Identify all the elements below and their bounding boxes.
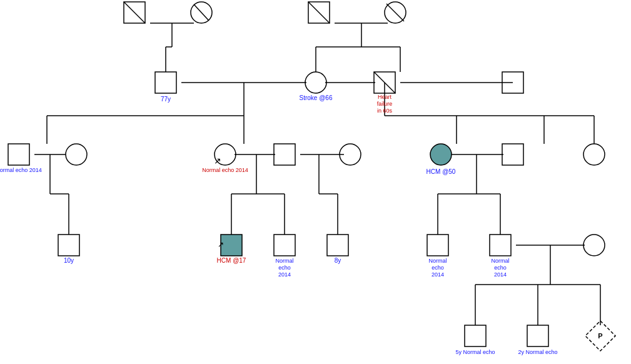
svg-line-48 — [308, 2, 330, 23]
gc3-label2: echo — [278, 265, 291, 271]
gc6-label2: echo — [494, 265, 507, 271]
gc6-male — [490, 235, 511, 256]
c3-female-hcm — [430, 144, 452, 165]
gc4-male — [327, 235, 348, 256]
gc2-male-hcm — [221, 235, 242, 256]
svg-line-46 — [124, 2, 145, 23]
gc5-label1: Normal — [428, 258, 447, 264]
p2m-label2: failure — [377, 101, 393, 107]
ggc1-male — [465, 325, 486, 346]
p2m-label1: Heart — [378, 94, 392, 100]
gc6-female-partner — [583, 235, 605, 256]
ggc2-label: 2y Normal echo — [518, 349, 557, 355]
c2-arrow: ↗ — [214, 156, 221, 166]
p2f-label: Stroke @66 — [300, 94, 333, 101]
gc3-label3: 2014 — [278, 271, 291, 278]
p1-label: 77y — [161, 96, 171, 103]
c2-male — [274, 144, 295, 165]
c1-female — [66, 144, 87, 165]
gc2-arrow: ↗ — [218, 240, 224, 249]
gc5-label2: echo — [432, 265, 444, 271]
c3f-label: HCM @50 — [427, 168, 456, 175]
gc5-label3: 2014 — [432, 271, 444, 278]
p2m-label3: in 60s — [377, 108, 393, 114]
gc3-male — [274, 235, 295, 256]
ggc1-label: 5y Normal echo — [455, 349, 495, 355]
c3-male — [502, 144, 523, 165]
gc4-label: 8y — [335, 257, 341, 264]
svg-line-47 — [194, 4, 209, 21]
svg-line-49 — [386, 4, 404, 21]
pedigree-chart: 77y Stroke @66 Heart failure in 60s Norm… — [0, 0, 631, 364]
c4-female — [583, 144, 605, 165]
c1m-label: Normal echo 2014 — [0, 167, 42, 173]
gc5-male — [427, 235, 448, 256]
p2-female — [305, 72, 326, 93]
gc3-label1: Normal — [275, 258, 293, 264]
gc1-male — [58, 235, 79, 256]
p1-male — [155, 72, 176, 93]
ggc2-male — [527, 325, 548, 346]
gc6-label3: 2014 — [494, 271, 507, 278]
ggc3-label: P — [598, 332, 602, 340]
gc2-label: HCM @17 — [217, 257, 246, 264]
c1-male — [8, 144, 29, 165]
gc6-label1: Normal — [491, 258, 509, 264]
gc1-label: 10y — [64, 257, 74, 264]
c2f-label: Normal echo 2014 — [202, 167, 248, 173]
